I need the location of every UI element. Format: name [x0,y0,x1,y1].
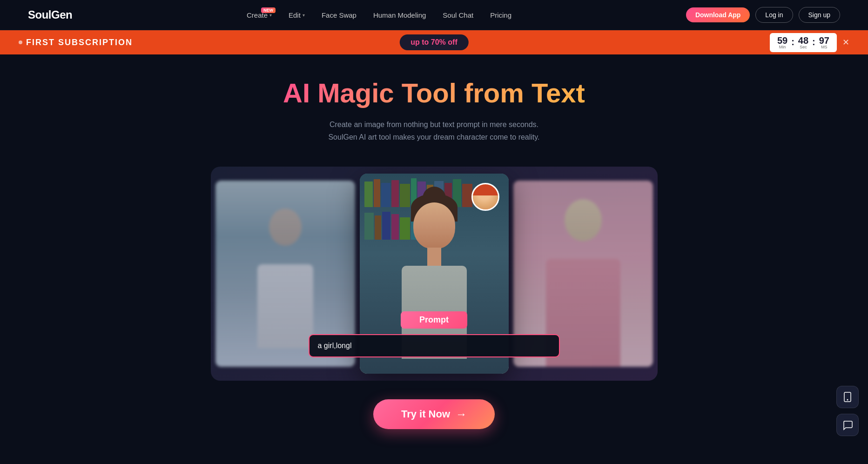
login-button[interactable]: Log in [755,7,793,23]
avatar-face [473,184,498,209]
left-person-head [269,208,302,246]
chevron-down-icon: ▾ [303,13,305,18]
nav-links: Create NEW ▾ Edit ▾ Face Swap Human Mode… [247,11,511,19]
avatar [471,183,499,211]
chat-icon [842,419,853,430]
chevron-down-icon: ▾ [269,13,272,18]
countdown-minutes: 59 Min [777,36,787,49]
floating-chat-icon[interactable] [836,414,859,436]
promo-dot [19,40,22,44]
floating-app-icon[interactable] [836,386,859,408]
navbar: SoulGen Create NEW ▾ Edit ▾ Face Swap Hu… [0,0,868,30]
nav-actions: Download App Log in Sign up [686,7,840,23]
prompt-overlay: Prompt [309,311,560,357]
nav-pricing[interactable]: Pricing [490,11,511,19]
image-carousel: Prompt [211,167,658,381]
nav-create[interactable]: Create NEW ▾ [247,11,272,19]
promo-badge: up to 70% off [399,34,468,50]
download-app-button[interactable]: Download App [686,7,750,22]
countdown-seconds: 48 Sec [798,36,808,49]
face [413,202,455,249]
prompt-label: Prompt [401,311,467,329]
cta-container: Try it Now → [373,399,495,429]
promo-banner-left: FIRST SUBSCRIPTION [19,38,133,47]
site-logo[interactable]: SoulGen [28,8,72,21]
try-now-button[interactable]: Try it Now → [373,399,495,429]
promo-banner: FIRST SUBSCRIPTION up to 70% off 59 Min … [0,30,868,54]
promo-right: 59 Min : 48 Sec : 97 MS ✕ [770,33,849,52]
countdown-ms: 97 MS [819,36,829,49]
hero-title: AI Magic Tool from Text [283,78,585,109]
countdown-timer: 59 Min : 48 Sec : 97 MS [770,33,837,52]
left-person-body [257,264,313,348]
prompt-input[interactable] [309,334,560,357]
hero-subtitle: Create an image from nothing but text pr… [328,118,539,143]
nav-human-modeling[interactable]: Human Modeling [373,11,426,19]
countdown-sep1: : [791,37,794,49]
avatar-hair [473,184,498,195]
nav-soul-chat[interactable]: Soul Chat [443,11,473,19]
countdown-sep2: : [812,37,815,49]
promo-center: up to 70% off [399,34,468,50]
right-person-head [565,199,602,241]
banner-close-icon[interactable]: ✕ [842,37,849,47]
promo-title: FIRST SUBSCRIPTION [26,38,133,47]
svg-point-1 [847,399,848,401]
main-content: AI Magic Tool from Text Create an image … [0,54,868,457]
nav-face-swap[interactable]: Face Swap [322,11,357,19]
signup-button[interactable]: Sign up [799,7,840,23]
arrow-icon: → [456,408,467,421]
nav-edit[interactable]: Edit ▾ [289,11,305,19]
app-icon [842,391,853,403]
new-badge: NEW [261,7,276,13]
